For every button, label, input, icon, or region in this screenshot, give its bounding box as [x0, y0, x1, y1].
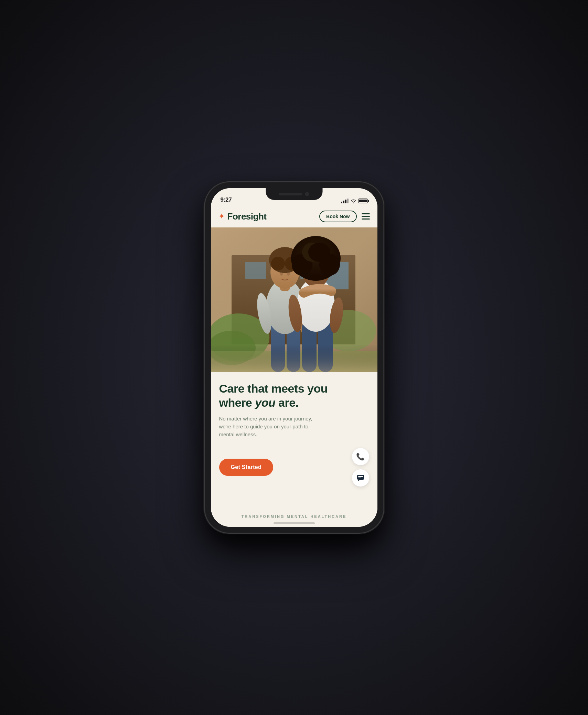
mute-button	[203, 247, 205, 260]
svg-rect-37	[211, 344, 377, 372]
content-section: Care that meets youwhere you are. No mat…	[211, 372, 377, 527]
volume-up-button	[203, 268, 205, 291]
hero-image	[211, 227, 377, 372]
chat-icon	[357, 474, 364, 481]
hamburger-menu-button[interactable]	[362, 213, 370, 220]
front-camera	[305, 192, 309, 196]
get-started-button[interactable]: Get Started	[219, 459, 274, 476]
subheadline-text: No matter where you are in your journey,…	[219, 415, 322, 439]
notch	[266, 188, 322, 200]
svg-point-22	[287, 272, 290, 276]
svg-rect-3	[245, 262, 266, 279]
phone-icon: 📞	[356, 452, 365, 461]
status-icons	[341, 199, 368, 203]
brand-name: Foresight	[227, 211, 267, 222]
nav-actions: Book Now	[319, 211, 370, 222]
battery-icon	[358, 199, 368, 203]
speaker	[279, 193, 302, 195]
svg-rect-38	[357, 475, 364, 480]
signal-bars-icon	[341, 199, 349, 203]
star-icon: ✦	[218, 213, 225, 220]
power-button	[384, 278, 385, 313]
footer-marquee: TRANSFORMING MENTAL HEALTHCARE	[211, 514, 377, 519]
chat-button[interactable]	[352, 469, 369, 487]
floating-buttons: 📞	[352, 448, 369, 487]
phone-screen: 9:27 ✦ Foresight	[211, 188, 377, 527]
svg-point-21	[280, 272, 283, 276]
phone-call-button[interactable]: 📞	[352, 448, 369, 465]
couple-illustration	[211, 227, 377, 372]
phone-mockup: 9:27 ✦ Foresight	[205, 182, 384, 533]
status-time: 9:27	[221, 196, 232, 203]
navigation-bar: ✦ Foresight Book Now	[211, 205, 377, 227]
book-now-button[interactable]: Book Now	[319, 211, 356, 222]
logo-group: ✦ Foresight	[218, 211, 267, 222]
svg-rect-39	[358, 476, 363, 477]
cta-row: Get Started 📞	[219, 448, 369, 487]
svg-point-19	[271, 257, 285, 270]
home-indicator[interactable]	[274, 522, 315, 524]
svg-point-36	[308, 243, 330, 262]
svg-rect-40	[358, 478, 361, 478]
headline: Care that meets youwhere you are.	[219, 382, 369, 410]
wifi-icon	[351, 199, 356, 203]
volume-down-button	[203, 296, 205, 320]
